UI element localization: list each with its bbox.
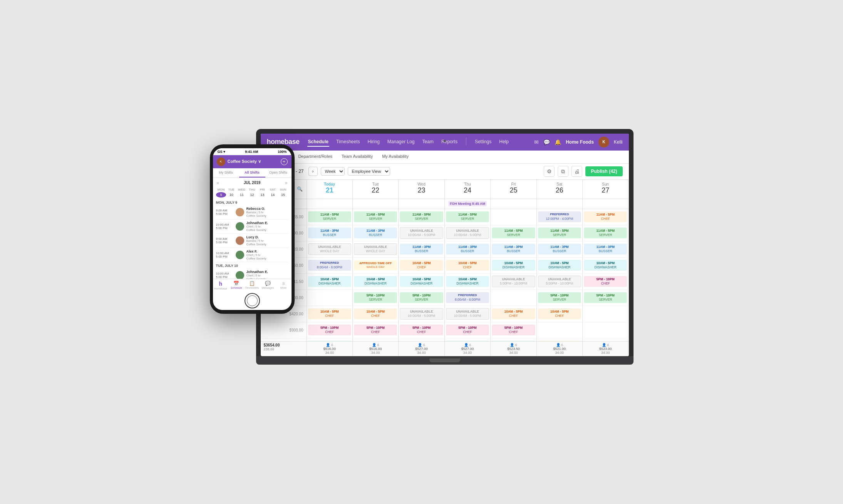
shift-block[interactable]: 5PM - 10PMSERVER — [538, 292, 581, 303]
shift-block[interactable]: 11AM - 5PMSERVER — [492, 228, 535, 238]
shift-block[interactable]: UNAVAILABLE10:00AM - 5:00PM — [446, 308, 489, 320]
publish-button[interactable]: Publish (42) — [585, 166, 622, 176]
day-cell[interactable]: 11AM - 5PMSERVER — [583, 225, 628, 241]
list-item[interactable]: 10:00 AM5:00 PM Alex F. Chef | 5 hr Coff… — [216, 248, 288, 262]
phone-cal-prev[interactable]: « — [217, 180, 220, 186]
day-cell[interactable]: 11AM - 3PMBUSSER — [399, 241, 444, 257]
shift-block[interactable]: 11AM - 3PMBUSSER — [308, 228, 351, 238]
day-cell[interactable]: 11AM - 5PMSERVER — [537, 225, 583, 241]
event-cell-thu[interactable]: FOH Meeting 8:45 AM — [445, 199, 491, 209]
list-item[interactable]: 10:00 AM5:00 PM Johnathan E. Chef | 5 hr… — [216, 268, 288, 279]
day-cell[interactable]: 5PM - 10PMCHEF — [445, 322, 491, 338]
shift-block[interactable]: 10AM - 5PMDISHWASHER — [492, 260, 535, 271]
day-cell[interactable]: 5PM - 10PMSERVER — [445, 338, 491, 341]
day-cell[interactable]: APPROVED TIME OFFWHOLE DAY — [353, 258, 399, 273]
shift-block[interactable]: 11AM - 3PMBUSSER — [584, 244, 627, 255]
shift-block[interactable]: UNAVAILABLE10:00AM - 5:00PM — [400, 227, 443, 239]
shift-block[interactable]: 11AM - 5PMSERVER — [308, 211, 351, 222]
shift-block[interactable]: 10AM - 5PMCHEF — [492, 308, 535, 319]
shift-block[interactable]: 11AM - 3PMBUSSER — [446, 244, 489, 255]
settings-icon-button[interactable]: ⚙ — [544, 166, 555, 177]
day-cell[interactable]: UNAVAILABLE10:00AM - 5:00PM — [445, 306, 491, 322]
day-cell[interactable]: 11AM - 5PMSERVER — [353, 209, 399, 225]
day-cell[interactable]: 10AM - 5PMCHEF — [307, 306, 353, 322]
phone-cal-date-12[interactable]: 12 — [247, 192, 257, 198]
shift-block[interactable]: 10AM - 5PMCHEF — [308, 308, 351, 319]
nav-manager-log[interactable]: Manager Log — [387, 137, 416, 147]
shift-block[interactable]: 5PM - 10PMCHEF — [400, 325, 443, 335]
day-cell[interactable]: 5PM - 10PMSERVER — [583, 290, 628, 306]
shift-block[interactable]: 5PM - 10PMCHEF — [584, 276, 627, 287]
day-cell[interactable]: 5PM - 10PMCHEF — [583, 274, 628, 290]
chat-icon[interactable]: 💬 — [543, 139, 550, 145]
bell-icon[interactable]: 🔔 — [555, 139, 561, 145]
shift-block[interactable]: PREFERRED12:00PM - 4:00PM — [538, 211, 581, 222]
day-cell[interactable]: PREFERRED8:00AM - 6:00PM — [445, 290, 491, 306]
day-cell[interactable]: UNAVAILABLE5:00PM - 10:00PM — [537, 274, 583, 290]
location-selector[interactable]: Home Foods — [566, 139, 594, 145]
day-cell[interactable]: 11AM - 5PMSERVER — [445, 209, 491, 225]
day-cell[interactable]: 10AM - 5PMDISHWASHER — [583, 258, 628, 273]
shift-block[interactable]: APPROVED TIME OFFWHOLE DAY — [354, 260, 397, 271]
shift-block[interactable]: 10AM - 5PMCHEF — [538, 308, 581, 319]
phone-tab-open-shifts[interactable]: Open Shifts — [265, 168, 292, 177]
day-cell[interactable]: 5PM - 10PMSERVER — [491, 338, 536, 341]
shift-block[interactable]: 5PM - 10PMCHEF — [354, 325, 397, 335]
shift-block[interactable]: 10AM - 5PMDISHWASHER — [584, 260, 627, 271]
day-cell[interactable]: 11AM - 3PMBUSSER — [445, 241, 491, 257]
day-cell[interactable]: UNAVAILABLE10:00AM - 5:00PM — [399, 225, 444, 241]
day-cell[interactable]: PREFERRED12:00PM - 4:00PM — [537, 209, 583, 225]
day-cell[interactable]: 11AM - 5PMSERVER — [399, 209, 444, 225]
shift-block[interactable]: 5PM - 10PMSERVER — [354, 292, 397, 303]
list-item[interactable]: 9:00 AM5:00 PM Lucy D. Barista | 5 hr Co… — [216, 234, 288, 248]
phone-tab-all-shifts[interactable]: All Shifts — [239, 168, 265, 177]
shift-block[interactable]: 5PM - 10PMCHEF — [492, 325, 535, 335]
day-cell[interactable]: 5PM - 10PMCHEF — [353, 322, 399, 338]
shift-block[interactable]: 10AM - 5PMDISHWASHER — [538, 260, 581, 271]
mail-icon[interactable]: ✉ — [534, 139, 539, 145]
day-cell[interactable]: 5PM - 10PMSERVER — [399, 290, 444, 306]
user-name[interactable]: Kelli — [614, 139, 623, 145]
shift-block[interactable]: 11AM - 3PMBUSSER — [538, 244, 581, 255]
shift-block[interactable]: UNAVAILABLEWHOLE DAY — [354, 243, 397, 255]
shift-block[interactable]: 11AM - 3PMBUSSER — [492, 244, 535, 255]
shift-block[interactable]: 10AM - 5PMCHEF — [446, 260, 489, 271]
view-select[interactable]: Employee View — [348, 167, 390, 176]
shift-block[interactable]: UNAVAILABLEWHOLE DAY — [308, 243, 351, 255]
shift-block[interactable]: 5PM - 10PMCHEF — [308, 325, 351, 335]
phone-tab-my-shifts[interactable]: My Shifts — [213, 168, 239, 177]
day-cell[interactable]: 5PM - 10PMCHEF — [537, 338, 583, 341]
shift-block[interactable]: 10AM - 5PMDISHWASHER — [400, 276, 443, 287]
list-item[interactable]: 9:00 AM5:00 PM Rebecca O. Barista | 5 hr… — [216, 205, 288, 219]
shift-block[interactable]: 5PM - 10PMSERVER — [584, 292, 627, 303]
subnav-my-availability[interactable]: My Availability — [377, 150, 413, 163]
day-cell[interactable]: 11AM - 5PMSERVER — [307, 209, 353, 225]
next-week-button[interactable]: › — [308, 167, 318, 176]
phone-cal-date-10[interactable]: 10 — [226, 192, 236, 198]
day-cell[interactable]: 10AM - 5PMDISHWASHER — [353, 274, 399, 290]
phone-nav-more[interactable]: ≡ More — [276, 281, 292, 290]
shift-block[interactable]: UNAVAILABLE10:00AM - 5:00PM — [400, 308, 443, 320]
day-cell[interactable]: 11AM - 3PMBUSSER — [537, 241, 583, 257]
day-cell[interactable]: UNAVAILABLE5:00PM - 10:00PM — [491, 274, 536, 290]
list-item[interactable]: 10:00 AM5:00 PM Johnathan E. Chef | 5 hr… — [216, 219, 288, 234]
shift-block[interactable]: PREFERRED8:00AM - 6:00PM — [446, 292, 489, 303]
shift-block[interactable]: 11AM - 5PMSERVER — [400, 211, 443, 222]
day-cell[interactable]: UNAVAILABLEWHOLE DAY — [353, 241, 399, 257]
shift-block[interactable]: 10AM - 5PMDISHWASHER — [446, 276, 489, 287]
phone-add-button[interactable]: + — [281, 158, 288, 165]
day-cell[interactable]: 10AM - 5PMDISHWASHER — [399, 274, 444, 290]
day-cell[interactable]: UNAVAILABLE10:00AM - 5:00PM — [399, 306, 444, 322]
week-select[interactable]: Week — [321, 167, 345, 176]
phone-nav-timesheets[interactable]: 📋 Timesheets — [244, 281, 260, 290]
day-cell[interactable]: 11AM - 3PMBUSSER — [491, 241, 536, 257]
shift-block[interactable]: 11AM - 5PMSERVER — [446, 211, 489, 222]
phone-cal-date-11[interactable]: 11 — [236, 192, 247, 198]
shift-block[interactable]: PREFERRED8:00AM - 6:00PM — [308, 260, 351, 270]
day-cell[interactable]: 5PM - 10PMSERVER — [353, 290, 399, 306]
day-cell[interactable]: 10AM - 5PMCHEF — [353, 306, 399, 322]
day-cell[interactable]: 11AM - 3PMBUSSER — [583, 241, 628, 257]
phone-nav-homebase[interactable]: h Homebase — [213, 281, 229, 290]
phone-cal-date-9[interactable]: 9 — [216, 192, 226, 198]
day-cell[interactable]: 5PM - 10PMSERVER — [307, 338, 353, 341]
